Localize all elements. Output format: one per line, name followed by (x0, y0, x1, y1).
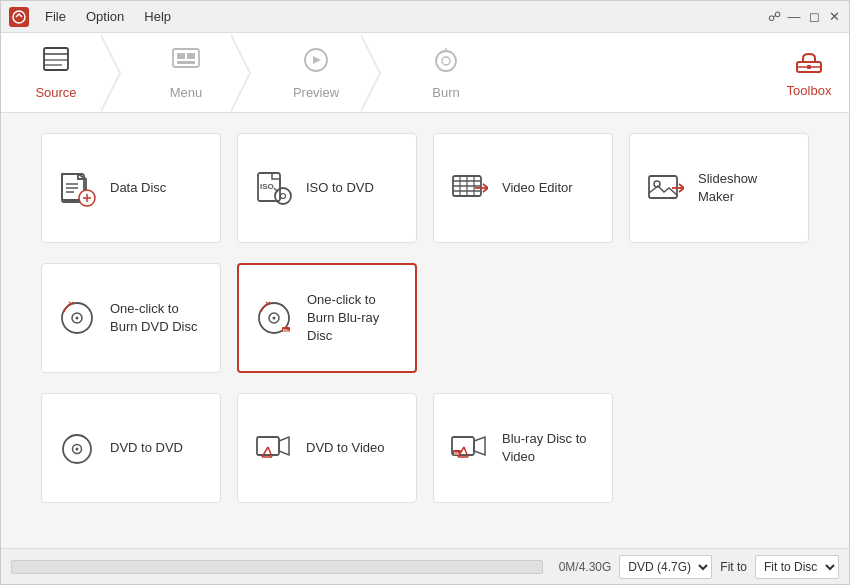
svg-rect-5 (173, 49, 199, 67)
toolbar-source[interactable]: Source (1, 33, 111, 113)
title-bar: File Option Help ☍ — ◻ ✕ (1, 1, 849, 33)
svg-point-42 (76, 317, 79, 320)
toolbox-label: Toolbox (787, 83, 832, 98)
video-editor-label: Video Editor (502, 179, 573, 197)
one-click-dvd-label: One-click to Burn DVD Disc (110, 300, 204, 336)
arrow-2 (231, 33, 251, 113)
svg-point-28 (281, 194, 286, 199)
storage-size: 0M/4.30G (559, 560, 612, 574)
svg-point-27 (275, 188, 291, 204)
toolbar-menu[interactable]: Menu (131, 33, 241, 113)
preview-label: Preview (293, 85, 339, 100)
svg-rect-6 (177, 53, 185, 59)
menu-option[interactable]: Option (82, 7, 128, 26)
card-dvd-to-video[interactable]: DVD to Video (237, 393, 417, 503)
toolbar-items: Source Menu Prev (1, 33, 769, 113)
menu-tab-label: Menu (170, 85, 203, 100)
toolbox-button[interactable]: Toolbox (769, 33, 849, 113)
svg-point-50 (76, 448, 79, 451)
toolbar-burn[interactable]: Burn (391, 33, 501, 113)
menu-icon (170, 46, 202, 81)
svg-rect-1 (44, 48, 68, 70)
bluray-to-video-label: Blu-ray Disc to Video (502, 430, 596, 466)
card-dvd-to-dvd[interactable]: DVD to DVD (41, 393, 221, 503)
menu-bar: File Option Help (41, 7, 175, 26)
window-controls: ☍ — ◻ ✕ (767, 10, 841, 24)
chat-icon[interactable]: ☍ (767, 10, 781, 24)
tools-row-1: Data Disc ISO ISO to DVD (41, 133, 809, 243)
source-icon (40, 46, 72, 81)
empty-slot-1 (433, 263, 613, 373)
svg-text:Blu: Blu (283, 328, 290, 333)
card-data-disc[interactable]: Data Disc (41, 133, 221, 243)
card-video-editor[interactable]: Video Editor (433, 133, 613, 243)
data-disc-icon (58, 169, 96, 207)
svg-rect-7 (187, 53, 195, 59)
disc-type-dropdown[interactable]: DVD (4.7G) DVD (8.5G) BD-25 BD-50 (619, 555, 712, 579)
main-content: Data Disc ISO ISO to DVD (1, 113, 849, 548)
svg-point-45 (273, 317, 276, 320)
dvd-to-video-label: DVD to Video (306, 439, 385, 457)
svg-rect-51 (257, 437, 279, 455)
bluray-to-video-icon: Blu (450, 429, 488, 467)
arrow-3 (361, 33, 381, 113)
slideshow-icon (646, 169, 684, 207)
data-disc-label: Data Disc (110, 179, 166, 197)
toolbar: Source Menu Prev (1, 33, 849, 113)
status-bar: 0M/4.30G DVD (4.7G) DVD (8.5G) BD-25 BD-… (1, 548, 849, 584)
toolbar-preview[interactable]: Preview (261, 33, 371, 113)
menu-help[interactable]: Help (140, 7, 175, 26)
source-label: Source (35, 85, 76, 100)
card-one-click-bluray[interactable]: Blu One-click to Burn Blu-ray Disc (237, 263, 417, 373)
card-one-click-dvd[interactable]: One-click to Burn DVD Disc (41, 263, 221, 373)
card-bluray-to-video[interactable]: Blu Blu-ray Disc to Video (433, 393, 613, 503)
svg-point-0 (13, 11, 25, 23)
svg-point-12 (442, 57, 450, 65)
burn-icon (430, 46, 462, 81)
restore-button[interactable]: ◻ (807, 10, 821, 24)
slideshow-maker-label: Slideshow Maker (698, 170, 792, 206)
video-editor-icon (450, 169, 488, 207)
dvd-to-dvd-icon (58, 429, 96, 467)
iso-icon: ISO (254, 169, 292, 207)
one-click-dvd-icon (58, 299, 96, 337)
empty-slot-2 (629, 263, 809, 373)
svg-marker-10 (313, 56, 321, 64)
svg-text:ISO: ISO (260, 182, 274, 191)
disc-type-select[interactable]: DVD (4.7G) DVD (8.5G) BD-25 BD-50 (619, 555, 712, 579)
preview-icon (300, 46, 332, 81)
svg-rect-8 (177, 61, 195, 64)
fit-to-dropdown[interactable]: Fit to Disc No Fit (755, 555, 839, 579)
minimize-button[interactable]: — (787, 10, 801, 24)
app-icon (9, 7, 29, 27)
toolbox-icon (793, 48, 825, 83)
arrow-1 (101, 33, 121, 113)
svg-point-11 (436, 51, 456, 71)
dvd-to-video-icon (254, 429, 292, 467)
empty-slot-3 (629, 393, 809, 503)
one-click-bluray-icon: Blu (255, 299, 293, 337)
tools-row-3: DVD to DVD DVD to Video Blu (41, 393, 809, 503)
progress-bar-container (11, 560, 543, 574)
tools-row-2: One-click to Burn DVD Disc Blu One-click… (41, 263, 809, 373)
card-slideshow-maker[interactable]: Slideshow Maker (629, 133, 809, 243)
iso-to-dvd-label: ISO to DVD (306, 179, 374, 197)
one-click-bluray-label: One-click to Burn Blu-ray Disc (307, 291, 399, 346)
title-bar-left: File Option Help (9, 7, 175, 27)
svg-rect-16 (807, 65, 811, 69)
svg-rect-37 (649, 176, 677, 198)
menu-file[interactable]: File (41, 7, 70, 26)
close-button[interactable]: ✕ (827, 10, 841, 24)
fit-label: Fit to (720, 560, 747, 574)
dvd-to-dvd-label: DVD to DVD (110, 439, 183, 457)
fit-to-select[interactable]: Fit to Disc No Fit (755, 555, 839, 579)
card-iso-to-dvd[interactable]: ISO ISO to DVD (237, 133, 417, 243)
burn-label: Burn (432, 85, 459, 100)
